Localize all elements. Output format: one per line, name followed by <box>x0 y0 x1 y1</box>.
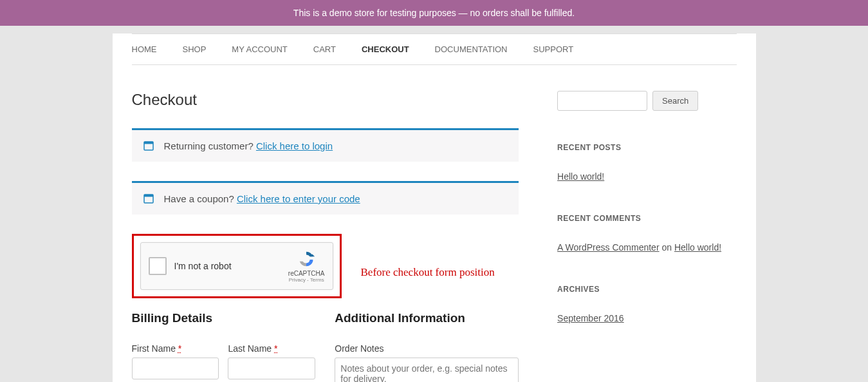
nav-documentation[interactable]: DOCUMENTATION <box>435 44 508 54</box>
page-container: HOME SHOP MY ACCOUNT CART CHECKOUT DOCUM… <box>113 33 756 382</box>
search-box <box>557 91 647 111</box>
nav-my-account[interactable]: MY ACCOUNT <box>232 44 287 54</box>
on-text: on <box>660 242 674 253</box>
billing-column: Billing Details First Name * Last Name * <box>132 311 316 382</box>
recaptcha-row: I'm not a robot reCAPTCHA Privacy - Term… <box>132 234 519 311</box>
recaptcha-logo-area: reCAPTCHA Privacy - Terms <box>288 249 325 283</box>
last-name-label: Last Name * <box>228 343 315 354</box>
nav-shop[interactable]: SHOP <box>183 44 207 54</box>
demo-store-banner: This is a demo store for testing purpose… <box>0 0 868 26</box>
archives-widget: ARCHIVES September 2016 <box>557 285 725 323</box>
recent-posts-widget: RECENT POSTS Hello world! <box>557 143 725 182</box>
comment-post-link[interactable]: Hello world! <box>674 242 721 253</box>
nav-home[interactable]: HOME <box>132 44 157 54</box>
login-link[interactable]: Click here to login <box>256 140 333 151</box>
main-column: Checkout Returning customer? Click here … <box>132 91 519 382</box>
archive-link[interactable]: September 2016 <box>557 313 624 323</box>
coupon-notice-text: Have a coupon? <box>164 193 237 204</box>
sidebar: Search RECENT POSTS Hello world! RECENT … <box>557 91 725 382</box>
page-title: Checkout <box>132 91 519 109</box>
required-indicator: * <box>274 343 277 354</box>
recaptcha-links: Privacy - Terms <box>289 277 324 283</box>
recaptcha-widget: I'm not a robot reCAPTCHA Privacy - Term… <box>140 242 333 290</box>
nav-checkout[interactable]: CHECKOUT <box>362 44 409 54</box>
order-notes-label: Order Notes <box>335 343 519 354</box>
recaptcha-terms-link[interactable]: Terms <box>310 277 324 283</box>
login-notice: Returning customer? Click here to login <box>132 128 519 162</box>
calendar-icon <box>143 140 154 151</box>
commenter-link[interactable]: A WordPress Commenter <box>557 242 659 253</box>
first-name-field: First Name * <box>132 343 219 379</box>
additional-heading: Additional Information <box>335 311 519 325</box>
svg-rect-3 <box>144 195 153 197</box>
calendar-icon <box>143 193 154 204</box>
recaptcha-highlight-box: I'm not a robot reCAPTCHA Privacy - Term… <box>132 234 342 298</box>
recent-posts-title: RECENT POSTS <box>557 143 725 152</box>
search-widget: Search <box>557 91 725 111</box>
archives-title: ARCHIVES <box>557 285 725 294</box>
recent-comment-item: A WordPress Commenter on Hello world! <box>557 242 725 253</box>
annotation-text: Before checkout form position <box>361 266 495 279</box>
search-input[interactable] <box>557 91 647 111</box>
name-field-row: First Name * Last Name * <box>132 343 316 379</box>
required-indicator: * <box>178 343 181 354</box>
main-nav: HOME SHOP MY ACCOUNT CART CHECKOUT DOCUM… <box>132 34 737 64</box>
nav-wrap: HOME SHOP MY ACCOUNT CART CHECKOUT DOCUM… <box>132 33 737 65</box>
login-notice-text: Returning customer? <box>164 140 256 151</box>
nav-support[interactable]: SUPPORT <box>533 44 574 54</box>
first-name-label: First Name * <box>132 343 219 354</box>
search-button[interactable]: Search <box>652 91 698 111</box>
coupon-notice: Have a coupon? Click here to enter your … <box>132 181 519 215</box>
first-name-input[interactable] <box>132 358 219 379</box>
order-notes-field: Order Notes <box>335 343 519 382</box>
recaptcha-icon <box>297 249 316 269</box>
svg-rect-1 <box>144 142 153 144</box>
last-name-field: Last Name * <box>228 343 315 379</box>
billing-heading: Billing Details <box>132 311 316 325</box>
content-area: Checkout Returning customer? Click here … <box>119 65 750 382</box>
recent-comments-widget: RECENT COMMENTS A WordPress Commenter on… <box>557 214 725 253</box>
recaptcha-brand: reCAPTCHA <box>288 270 325 277</box>
recaptcha-label: I'm not a robot <box>174 261 288 271</box>
nav-cart[interactable]: CART <box>313 44 336 54</box>
recent-comments-title: RECENT COMMENTS <box>557 214 725 223</box>
recaptcha-privacy-link[interactable]: Privacy <box>289 277 306 283</box>
checkout-form-columns: Billing Details First Name * Last Name * <box>132 311 519 382</box>
recent-post-link[interactable]: Hello world! <box>557 171 604 182</box>
coupon-link[interactable]: Click here to enter your code <box>237 193 360 204</box>
order-notes-textarea[interactable] <box>335 358 519 382</box>
last-name-input[interactable] <box>228 358 315 379</box>
additional-column: Additional Information Order Notes <box>335 311 519 382</box>
recaptcha-checkbox[interactable] <box>149 257 167 275</box>
